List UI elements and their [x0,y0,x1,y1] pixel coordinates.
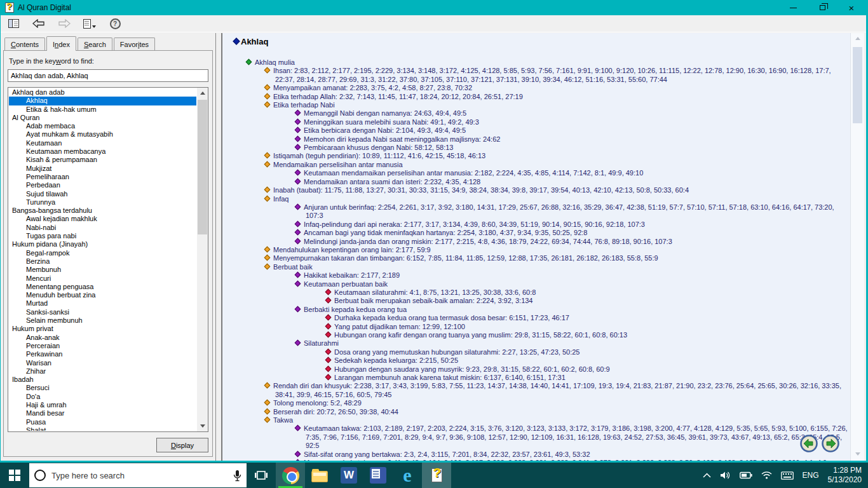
index-list-item[interactable]: Perceraian [9,342,196,350]
options-button[interactable] [82,17,97,30]
previous-topic-button[interactable] [799,434,818,453]
forward-button[interactable] [57,17,72,30]
index-list-item[interactable]: Do'a [9,393,196,401]
scrollbar-thumb[interactable] [853,47,862,123]
index-list-item[interactable]: Keutamaan [9,139,196,147]
index-list-item[interactable]: Menuduh berbuat zina [9,291,196,299]
panel-splitter[interactable] [215,33,222,461]
index-list-item[interactable]: Haji & umrah [9,401,196,409]
scrollbar-thumb[interactable] [198,100,207,234]
index-list-item[interactable]: Adab membaca [9,122,196,130]
index-list-item[interactable]: Turunnya [9,198,196,207]
index-list-item[interactable]: Keutamaan membacanya [9,147,196,156]
index-list-item[interactable]: Bersuci [9,384,196,392]
outline-item-text: Etika terhadap Allah: 2:32, 7:143, 11:45… [273,93,523,100]
index-list-item[interactable]: Mukjizat [9,165,196,173]
start-button[interactable] [0,463,29,488]
tab-favorites[interactable]: Favorites [114,37,155,50]
task-view-button[interactable] [247,463,276,488]
index-list-item[interactable]: Selain membunuh [9,316,196,325]
tab-search[interactable]: Search [78,37,112,50]
index-list-item[interactable]: Nabi-nabi [9,224,196,232]
outline-item-text: Takwa [273,416,293,424]
index-list-item[interactable]: Warisan [9,359,196,367]
index-list-scrollbar[interactable] [197,88,208,431]
next-topic-button[interactable] [821,434,840,453]
wifi-icon[interactable] [761,471,772,479]
index-list-item[interactable]: Sujud tilawah [9,190,196,198]
outline-item-text: Keutamaan perbuatan baik [304,280,388,288]
taskbar-app-edge[interactable]: e [393,463,422,488]
index-list-item[interactable]: Kisah & perumpamaan [9,156,196,164]
diamond-bullet-icon [325,289,332,295]
restore-button[interactable] [808,0,837,15]
index-list-item[interactable]: Begal-rampok [9,249,196,257]
content-scrollbar[interactable] [850,33,864,461]
index-list-item[interactable]: Puasa [9,418,196,426]
about-button[interactable]: ? [107,17,123,30]
taskbar-app-file-explorer[interactable] [305,463,334,488]
outline-item-text: Keutamaan takwa: 2:103, 2:189, 2:197, 2:… [304,424,848,449]
taskbar-app-help-viewer[interactable]: ? [422,463,451,488]
index-list-item[interactable]: Perbedaan [9,181,196,189]
microphone-icon[interactable] [233,470,241,482]
tab-strip: Contents Index Search Favorites [3,36,213,50]
index-list-item[interactable]: Berzina [9,257,196,266]
language-indicator[interactable]: ENG [803,471,819,480]
scroll-up-button[interactable] [851,37,864,40]
index-list-item[interactable]: Anak-anak [9,334,196,342]
hide-panel-button[interactable] [6,17,21,30]
chevron-up-icon[interactable] [703,473,711,478]
index-list-item[interactable]: Al Quran [9,114,196,122]
outline-item-text: Memanggil Nabi dengan namanya: 24:63, 49… [304,109,466,117]
taskbar-app-office-document[interactable] [363,463,393,488]
back-button[interactable] [31,17,46,30]
index-list-item[interactable]: Akhlaq dan adab [9,88,196,97]
volume-icon[interactable] [720,471,731,480]
diamond-bullet-icon [264,152,271,159]
battery-icon[interactable] [740,471,752,479]
scroll-up-button[interactable] [197,88,208,98]
index-list-item[interactable]: Zhihar [9,367,196,376]
index-list-item[interactable]: Sanksi-sanksi [9,308,196,316]
index-list-item[interactable]: Awal kejadian makhluk [9,215,196,223]
taskbar-app-word[interactable]: W [334,463,363,488]
toolbar: ? [1,15,866,32]
outline-item: Tolong menolong: 5:2, 48:29 [229,399,848,407]
index-list-item[interactable]: Perkawinan [9,350,196,358]
index-list-item[interactable]: Hukum pidana (Jinayah) [9,240,196,248]
index-list-item[interactable]: Mandi besar [9,409,196,417]
index-listbox: Akhlaq dan adabAkhlaqEtika & hak-hak umu… [8,87,208,432]
index-list-item[interactable]: Etika & hak-hak umum [9,105,196,114]
index-list-item[interactable]: Tugas para nabi [9,232,196,240]
tab-index[interactable]: Index [46,36,76,51]
diamond-bullet-icon [325,297,332,304]
touch-keyboard-icon[interactable] [781,471,794,480]
index-list-item[interactable]: Murtad [9,299,196,308]
taskbar-clock[interactable]: 1:28 PM 5/13/2020 [828,466,862,485]
index-list-item[interactable]: Membunuh [9,266,196,274]
close-button[interactable]: × [837,0,866,15]
index-list-item[interactable]: Bangsa-bangsa terdahulu [9,207,196,215]
index-list-item[interactable]: Pemeliharaan [9,173,196,181]
minimize-button[interactable] [778,0,808,15]
scroll-down-button[interactable] [197,421,208,431]
keyword-input[interactable] [8,69,208,82]
outline-item: Keutamaan takwa: 2:103, 2:189, 2:197, 2:… [229,424,848,450]
taskbar-app-chrome[interactable] [276,463,305,488]
outline-item: Rendah diri dan khusyuk: 2:238, 3:17, 3:… [229,382,848,399]
taskbar-search[interactable]: Type here to search [29,463,247,487]
index-list-item[interactable]: Hukum privat [9,325,196,333]
scroll-down-button[interactable] [851,452,864,456]
index-list-item[interactable]: Ibadah [9,376,196,384]
index-list-item[interactable]: Menentang penguasa [9,283,196,291]
display-button[interactable]: Display [156,438,208,452]
index-list-item[interactable]: Akhlaq [9,97,196,105]
tab-contents[interactable]: Contents [4,37,45,50]
index-list-item[interactable]: Ayat muhkam & mutasyabih [9,130,196,139]
outline-item-text: Durhaka kepada kedua orang tua termasuk … [334,314,569,322]
index-list-item[interactable]: Shalat [9,426,196,431]
outline-item-text: Rendah diri dan khusyuk: 2:238, 3:17, 3:… [273,382,841,398]
diamond-bullet-icon [264,187,271,193]
index-list-item[interactable]: Mencuri [9,274,196,283]
